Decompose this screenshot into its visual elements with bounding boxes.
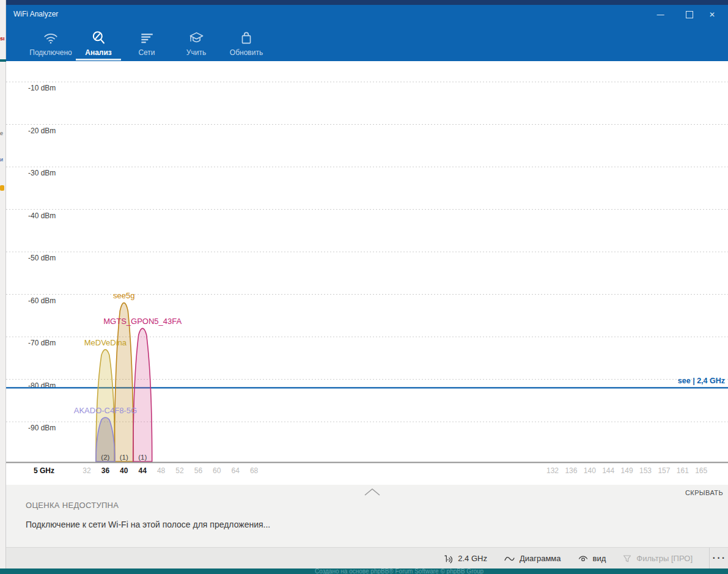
tab-analyze-label: Анализ xyxy=(71,48,126,57)
channel-label: 56 xyxy=(194,466,203,475)
status-bar: 2.4 GHz Диаграмма вид Ф xyxy=(6,547,728,568)
channel-count-label: (1) xyxy=(138,454,147,461)
dbm-tick-label: -30 dBm xyxy=(28,169,56,177)
background-text-fragment: sı xyxy=(0,35,6,42)
background-window-left-edge: sı e и xyxy=(0,0,6,568)
maximize-button[interactable] xyxy=(675,5,704,24)
channel-count-label: (1) xyxy=(120,454,128,461)
channel-label: 161 xyxy=(677,466,689,475)
channel-label: 140 xyxy=(584,466,596,475)
hide-panel-button[interactable]: СКРЫВАТЬ xyxy=(685,489,723,496)
assessment-message: Подключение к сети Wi-Fi на этой полосе … xyxy=(26,520,270,529)
channel-label: 165 xyxy=(695,466,707,475)
network-label-MGTS_GPON5_43FA: MGTS_GPON5_43FA xyxy=(103,317,182,326)
wave-icon xyxy=(504,554,515,563)
dbm-tick-label: -10 dBm xyxy=(28,84,56,92)
dbm-tick-label: -70 dBm xyxy=(28,339,56,347)
band-switch-button[interactable]: 2.4 GHz xyxy=(443,553,487,564)
graduation-cap-icon xyxy=(169,26,224,46)
tab-networks[interactable]: Сети xyxy=(119,26,174,61)
dbm-tick-label: -40 dBm xyxy=(28,212,56,220)
reference-line-label: see | 2,4 GHz xyxy=(678,377,725,385)
close-button[interactable]: ✕ xyxy=(704,5,728,24)
expand-panel-button[interactable] xyxy=(364,488,381,499)
channel-label: 132 xyxy=(546,466,559,475)
antenna-icon xyxy=(443,553,454,564)
wifi-icon xyxy=(23,26,78,46)
dbm-tick-label: -50 dBm xyxy=(28,254,56,262)
window-controls: — ✕ xyxy=(646,5,728,24)
signal-chart: -10 dBm-20 dBm-30 dBm-40 dBm-50 dBm-60 d… xyxy=(6,63,728,485)
channel-label: 153 xyxy=(639,466,652,475)
assessment-panel: СКРЫВАТЬ ОЦЕНКА НЕДОСТУПНА Подключение к… xyxy=(6,485,728,547)
tab-learn[interactable]: Учить xyxy=(169,26,224,61)
more-options-button[interactable]: • • • xyxy=(709,548,728,568)
chart-type-button[interactable]: Диаграмма xyxy=(504,554,561,563)
minimize-icon: — xyxy=(657,10,664,19)
tab-connected[interactable]: Подключено xyxy=(23,26,78,61)
channel-label: 48 xyxy=(157,466,166,475)
channel-label: 149 xyxy=(621,466,633,475)
tab-learn-label: Учить xyxy=(169,48,224,57)
channel-label: 64 xyxy=(232,466,240,475)
channel-label: 44 xyxy=(139,466,147,475)
channel-label: 52 xyxy=(175,466,184,475)
shopping-bag-icon xyxy=(219,26,274,46)
network-label-MeDVeDina: MeDVeDina xyxy=(84,338,127,347)
background-divider-fragment xyxy=(0,59,6,62)
background-icon-fragment xyxy=(0,185,4,191)
network-curve-see5g[interactable] xyxy=(114,303,133,462)
background-window-top-strip xyxy=(6,0,728,5)
minimize-button[interactable]: — xyxy=(646,5,675,24)
band-label: 2.4 GHz xyxy=(458,554,487,563)
phpbb-footer-text: Создано на основе phpBB® Forum Software … xyxy=(315,568,483,574)
close-icon: ✕ xyxy=(709,10,715,19)
magnifier-icon xyxy=(71,26,126,46)
channel-label: 157 xyxy=(658,466,670,475)
channel-label: 136 xyxy=(565,466,577,475)
dbm-tick-label: -20 dBm xyxy=(28,127,56,135)
window-title: WiFi Analyzer xyxy=(13,10,58,18)
tab-networks-label: Сети xyxy=(119,48,174,57)
background-window-footer: Создано на основе phpBB® Forum Software … xyxy=(0,568,728,574)
tab-analyze[interactable]: Анализ xyxy=(71,26,126,61)
tab-connected-label: Подключено xyxy=(23,48,78,57)
view-button[interactable]: вид xyxy=(578,554,606,563)
background-text-fragment: и xyxy=(0,156,6,163)
funnel-icon xyxy=(622,554,632,563)
channel-count-label: (2) xyxy=(101,454,109,461)
channel-label: 32 xyxy=(83,466,91,475)
network-curve-MGTS_GPON5_43FA[interactable] xyxy=(133,328,152,462)
tab-upgrade[interactable]: Обновить xyxy=(219,26,274,61)
maximize-icon xyxy=(686,11,693,18)
network-label-AKADO-C4F8-5G: AKADO-C4F8-5G xyxy=(74,406,137,415)
assessment-title: ОЦЕНКА НЕДОСТУПНА xyxy=(26,501,119,510)
view-label: вид xyxy=(593,554,606,563)
filters-button[interactable]: Фильтры [ПРО] xyxy=(622,554,693,563)
screen: sı e и Создано на основе phpBB® Forum So… xyxy=(0,0,728,574)
tab-upgrade-label: Обновить xyxy=(219,48,274,57)
channel-label: 60 xyxy=(213,466,221,475)
channel-label: 40 xyxy=(120,466,128,475)
background-text-fragment: e xyxy=(0,130,6,136)
networks-list-icon xyxy=(119,26,174,46)
ellipsis-icon: • • • xyxy=(713,555,724,561)
eye-icon xyxy=(578,554,589,563)
channel-label: 36 xyxy=(101,466,110,475)
chevron-up-icon xyxy=(364,488,381,496)
filters-label: Фильтры [ПРО] xyxy=(636,554,693,563)
channel-label: 68 xyxy=(250,466,259,475)
channel-label: 144 xyxy=(602,466,614,475)
active-tab-underline xyxy=(76,59,121,61)
network-label-see5g: see5g xyxy=(113,291,134,300)
title-bar: WiFi Analyzer — ✕ xyxy=(6,5,728,24)
dbm-tick-label: -90 dBm xyxy=(28,424,56,432)
dbm-tick-label: -60 dBm xyxy=(28,296,56,305)
main-toolbar: Подключено Анализ Сети xyxy=(6,24,728,61)
band-axis-label: 5 GHz xyxy=(34,466,54,475)
chart-type-label: Диаграмма xyxy=(520,554,561,563)
